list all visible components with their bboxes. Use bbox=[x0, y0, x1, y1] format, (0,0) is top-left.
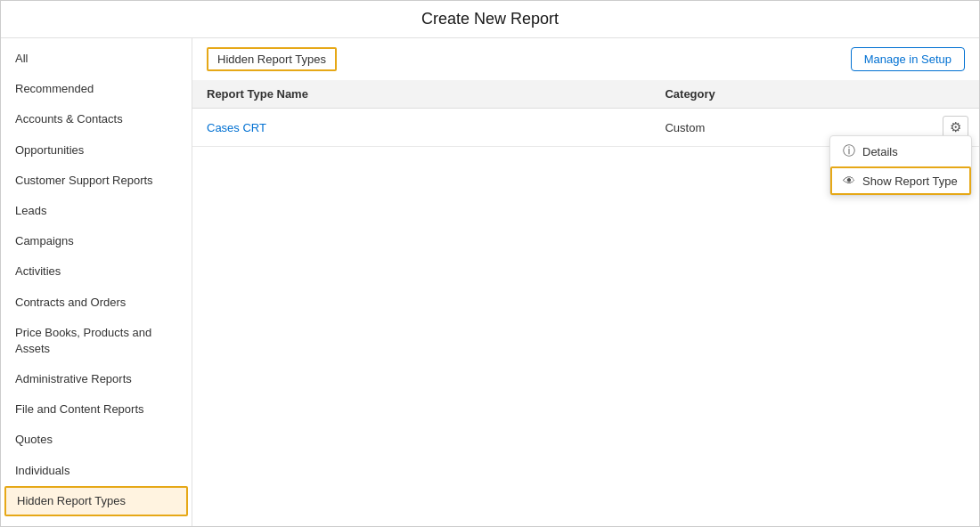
sidebar-item-hidden-report-types[interactable]: Hidden Report Types bbox=[4, 486, 188, 516]
sidebar-item-quotes[interactable]: Quotes bbox=[1, 425, 192, 455]
sidebar-item-file-content[interactable]: File and Content Reports bbox=[1, 394, 192, 425]
sidebar-item-price-books[interactable]: Price Books, Products and Assets bbox=[1, 318, 192, 364]
eye-icon: 👁 bbox=[843, 174, 855, 188]
sidebar-item-customer-support[interactable]: Customer Support Reports bbox=[1, 166, 192, 196]
sidebar-item-administrative[interactable]: Administrative Reports bbox=[1, 364, 192, 394]
cases-crt-link[interactable]: Cases CRT bbox=[207, 121, 266, 134]
sidebar-item-opportunities[interactable]: Opportunities bbox=[1, 135, 192, 166]
details-menu-item[interactable]: ⓘ Details bbox=[830, 136, 971, 166]
table-row: Cases CRT Custom ⚙ ⓘ Details bbox=[192, 109, 979, 147]
dropdown-menu: ⓘ Details 👁 Show Report Type bbox=[829, 135, 972, 196]
content-area: Hidden Report Types Manage in Setup Repo… bbox=[192, 38, 979, 527]
content-header: Hidden Report Types Manage in Setup bbox=[192, 38, 979, 80]
manage-in-setup-button[interactable]: Manage in Setup bbox=[851, 47, 965, 71]
sidebar-item-accounts-contacts[interactable]: Accounts & Contacts bbox=[1, 104, 192, 134]
col-category: Category bbox=[650, 80, 928, 109]
sidebar-item-individuals[interactable]: Individuals bbox=[1, 456, 192, 486]
info-icon: ⓘ bbox=[843, 143, 855, 159]
sidebar-item-contracts-orders[interactable]: Contracts and Orders bbox=[1, 288, 192, 318]
sidebar-item-recommended[interactable]: Recommended bbox=[1, 74, 192, 104]
sidebar-item-leads[interactable]: Leads bbox=[1, 196, 192, 226]
sidebar-item-activities[interactable]: Activities bbox=[1, 256, 192, 287]
row-actions: ⚙ ⓘ Details 👁 Show Report Type bbox=[928, 109, 979, 147]
report-type-table: Report Type Name Category Cases CRT Cust… bbox=[192, 80, 979, 147]
sidebar-item-campaigns[interactable]: Campaigns bbox=[1, 226, 192, 256]
tab-label: Hidden Report Types bbox=[207, 47, 337, 71]
sidebar: AllRecommendedAccounts & ContactsOpportu… bbox=[1, 38, 192, 527]
table-wrapper: Report Type Name Category Cases CRT Cust… bbox=[192, 80, 979, 527]
page-header: Create New Report bbox=[1, 1, 979, 38]
sidebar-item-all[interactable]: All bbox=[1, 44, 192, 74]
col-report-type-name: Report Type Name bbox=[192, 80, 650, 109]
show-report-type-menu-item[interactable]: 👁 Show Report Type bbox=[830, 166, 971, 195]
